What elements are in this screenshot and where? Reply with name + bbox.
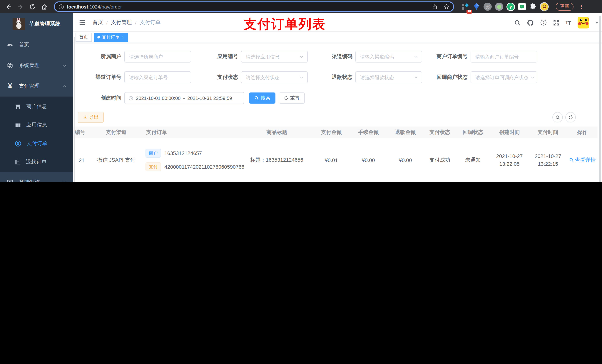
sidebar-item-merchant-info[interactable]: 商户信息 bbox=[0, 97, 73, 116]
col-actions: 操作 bbox=[577, 129, 588, 135]
reset-button[interactable]: 重置 bbox=[279, 93, 305, 104]
breadcrumb-home[interactable]: 首页 bbox=[93, 19, 103, 26]
yen-icon: ¥ bbox=[7, 82, 13, 90]
browser-toolbar: localhost:1024/pay/order 10 ⌘ y bbox=[0, 0, 602, 13]
header-search-icon[interactable] bbox=[514, 20, 520, 26]
sidebar-item-label: 系统管理 bbox=[19, 62, 40, 69]
avatar-caret-icon[interactable] bbox=[595, 22, 598, 23]
sidebar-item-system[interactable]: 系统管理 bbox=[0, 55, 73, 76]
fullscreen-icon[interactable] bbox=[553, 20, 559, 26]
font-size-icon[interactable]: TT bbox=[566, 20, 571, 25]
app-title: 芋道管理系统 bbox=[29, 21, 60, 27]
col-notify-status: 回调状态 bbox=[462, 129, 483, 135]
sidebar: 芋道管理系统 首页 系统管理 ¥ 支付管理 bbox=[0, 13, 73, 182]
forward-icon[interactable] bbox=[16, 2, 25, 11]
dashboard-icon bbox=[7, 42, 13, 48]
collapse-menu-icon[interactable] bbox=[79, 19, 86, 26]
extension-command-icon[interactable]: ⌘ bbox=[484, 3, 492, 11]
sidebar-item-label: 退款订单 bbox=[26, 159, 47, 165]
main-content: 首页 / 支付管理 / 支付订单 ? TT bbox=[73, 13, 602, 182]
view-detail-link[interactable]: 查看详情 bbox=[569, 157, 596, 163]
extension-y-icon[interactable]: y bbox=[506, 2, 515, 11]
extension-grid-diamond-icon[interactable]: 10 bbox=[461, 2, 469, 11]
sidebar-item-payment[interactable]: ¥ 支付管理 bbox=[0, 76, 73, 96]
github-icon[interactable] bbox=[527, 19, 534, 26]
site-info-icon[interactable] bbox=[58, 4, 64, 10]
chevron-down-icon bbox=[63, 63, 67, 68]
col-amount: 支付金额 bbox=[321, 129, 342, 135]
browser-menu-icon[interactable]: ⋮ bbox=[579, 4, 584, 9]
annotation-title: 支付订单列表 bbox=[244, 16, 326, 33]
share-icon[interactable] bbox=[432, 4, 438, 10]
toggle-search-button[interactable] bbox=[552, 112, 563, 123]
url-path: :1024/pay/order bbox=[88, 4, 122, 10]
filter-label-app: 应用编号 bbox=[197, 51, 238, 62]
sidebar-item-app-info[interactable]: 应用信息 bbox=[0, 116, 73, 134]
logo-image bbox=[13, 18, 25, 30]
sidebar-item-pay-order[interactable]: 支付订单 bbox=[0, 134, 73, 153]
channel-code-select[interactable] bbox=[355, 51, 422, 62]
help-icon[interactable]: ? bbox=[540, 19, 547, 26]
url-host: localhost bbox=[67, 4, 88, 10]
notify-status-select[interactable] bbox=[471, 71, 537, 83]
tag-home[interactable]: 首页 bbox=[75, 33, 92, 42]
extension-kite-icon[interactable] bbox=[473, 3, 480, 11]
col-fee: 手续金额 bbox=[358, 129, 379, 135]
sidebar-item-refund-order[interactable]: 退款订单 bbox=[0, 153, 73, 171]
table-row: 21 微信 JSAPI 支付 商户1635312124657 支付4200001… bbox=[73, 138, 598, 182]
monitor-icon bbox=[7, 179, 13, 182]
search-icon bbox=[254, 96, 259, 100]
app-select[interactable] bbox=[241, 51, 308, 62]
refund-status-select[interactable] bbox=[355, 71, 422, 83]
sidebar-item-label: 商户信息 bbox=[26, 103, 47, 110]
reload-icon[interactable] bbox=[27, 2, 37, 11]
avatar[interactable] bbox=[578, 17, 589, 28]
gear-icon bbox=[7, 62, 13, 69]
logo[interactable]: 芋道管理系统 bbox=[0, 13, 73, 34]
breadcrumb-pay-mgmt[interactable]: 支付管理 bbox=[111, 19, 132, 26]
close-tag-icon[interactable]: × bbox=[122, 35, 124, 39]
extensions-puzzle-icon[interactable] bbox=[529, 3, 537, 10]
sidebar-item-label: 基础设施 bbox=[19, 179, 40, 182]
sidebar-item-label: 首页 bbox=[19, 42, 29, 48]
col-pay-time: 支付时间 bbox=[538, 129, 558, 135]
document-icon bbox=[15, 159, 21, 165]
sidebar-item-home[interactable]: 首页 bbox=[0, 34, 73, 55]
browser-update-button[interactable]: 更新 bbox=[556, 3, 573, 10]
breadcrumb: 首页 / 支付管理 / 支付订单 bbox=[93, 19, 161, 26]
col-id: 编号 bbox=[75, 129, 85, 135]
extension-green-dot-icon[interactable] bbox=[495, 3, 503, 11]
merchant-order-no-input[interactable] bbox=[471, 51, 537, 62]
col-channel: 支付渠道 bbox=[106, 129, 127, 135]
magnifier-icon bbox=[569, 157, 574, 162]
extension-badge: 10 bbox=[466, 10, 472, 14]
back-icon[interactable] bbox=[4, 2, 13, 11]
col-refund: 退款金额 bbox=[395, 129, 416, 135]
date-range-input[interactable]: 2021-10-01 00:00:00 - 2021-10-31 23:59:5… bbox=[124, 92, 244, 104]
bookmark-star-icon[interactable] bbox=[443, 4, 450, 10]
search-button[interactable]: 搜索 bbox=[249, 93, 275, 104]
filter-label-pay-status: 支付状态 bbox=[197, 71, 238, 83]
extension-chat-icon[interactable] bbox=[518, 3, 526, 10]
address-bar[interactable]: localhost:1024/pay/order bbox=[54, 1, 454, 12]
filter-label-notify-status: 回调商户状态 bbox=[414, 71, 468, 83]
sidebar-item-label: 支付管理 bbox=[19, 83, 40, 90]
extension-emoji-icon[interactable] bbox=[540, 2, 549, 11]
channel-order-no-input[interactable] bbox=[124, 71, 191, 83]
filter-label-channel-code: 渠道编码 bbox=[312, 51, 353, 62]
sidebar-item-infra[interactable]: 基础设施 bbox=[0, 172, 73, 182]
pay-status-select[interactable] bbox=[241, 71, 308, 83]
col-title: 商品标题 bbox=[266, 129, 287, 135]
merchant-select[interactable] bbox=[124, 51, 191, 62]
tags-view: 首页 支付订单 × bbox=[73, 32, 602, 43]
sidebar-scrollbar[interactable] bbox=[74, 37, 75, 182]
tag-pay-order[interactable]: 支付订单 × bbox=[94, 33, 128, 42]
filter-label-merchant-order-no: 商户订单编号 bbox=[414, 51, 468, 62]
home-icon[interactable] bbox=[39, 2, 49, 11]
refresh-table-button[interactable] bbox=[565, 112, 576, 123]
page-scrollbar[interactable] bbox=[599, 16, 601, 182]
chevron-down-icon bbox=[63, 180, 67, 182]
clock-icon bbox=[129, 96, 133, 100]
sidebar-item-label: 应用信息 bbox=[26, 122, 47, 128]
export-button[interactable]: 导出 bbox=[78, 112, 104, 123]
